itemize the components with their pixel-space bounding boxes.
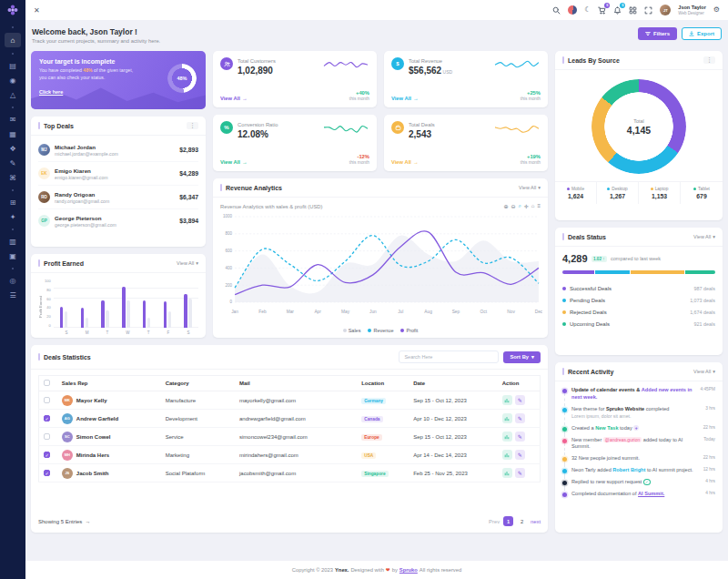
fullscreen-icon[interactable] bbox=[644, 6, 652, 15]
footer-designer-link[interactable]: Spruko bbox=[399, 567, 418, 573]
chart-action-button[interactable] bbox=[502, 432, 512, 442]
table-row: ✓AGAndrew GarfieldDevelopmentandrewgarfi… bbox=[39, 410, 541, 428]
right-rail: Leads By Source ⋮ Total 4,145 bbox=[555, 51, 723, 533]
svg-text:800: 800 bbox=[226, 231, 233, 236]
user-menu[interactable]: Json Taylor Web Designer bbox=[678, 5, 705, 15]
export-button[interactable]: Export bbox=[682, 27, 722, 40]
stat-view-all-link[interactable]: View All → bbox=[391, 96, 419, 101]
top-deals-menu-icon[interactable]: ⋮ bbox=[187, 122, 198, 129]
dark-mode-icon[interactable]: ☾ bbox=[584, 6, 591, 14]
sidebar-item-jobs[interactable]: ⌘ bbox=[5, 171, 21, 184]
row-checkbox[interactable]: ✓ bbox=[44, 452, 50, 458]
legend-item-revenue[interactable]: Revenue bbox=[368, 328, 393, 333]
row-checkbox[interactable] bbox=[44, 397, 50, 403]
row-checkbox[interactable]: ✓ bbox=[44, 415, 50, 422]
edit-action-button[interactable]: ✎ bbox=[515, 413, 525, 423]
sidebar-item-apps[interactable]: ⊞ bbox=[5, 196, 21, 208]
app-logo[interactable] bbox=[0, 0, 25, 20]
activity-dot bbox=[562, 408, 567, 412]
cart-icon[interactable]: 5 bbox=[598, 6, 606, 15]
sidebar-toggle-icon[interactable]: ✕ bbox=[34, 6, 40, 15]
status-dot bbox=[562, 299, 566, 302]
top-deal-row[interactable]: EKEmigo Kiarenemigo.kiaren@gmail.com$4,2… bbox=[38, 162, 198, 186]
filters-button[interactable]: Filters bbox=[638, 27, 677, 40]
leads-menu-icon[interactable]: ⋮ bbox=[703, 56, 715, 64]
target-click-here-link[interactable]: Click here bbox=[39, 89, 63, 95]
zoom-in-icon[interactable]: ⊕ bbox=[503, 203, 508, 209]
reset-zoom-icon[interactable]: ⌂ bbox=[531, 203, 535, 209]
profit-y-tick: 80 bbox=[45, 288, 51, 292]
chart-action-button[interactable] bbox=[502, 395, 512, 405]
legend-item-sales[interactable]: Sales bbox=[343, 328, 361, 333]
select-all-checkbox[interactable] bbox=[44, 380, 50, 386]
chart-action-button[interactable] bbox=[502, 413, 512, 423]
chart-action-button[interactable] bbox=[502, 450, 512, 460]
search-icon[interactable] bbox=[552, 6, 561, 15]
sidebar-item-maps[interactable]: ◎ bbox=[5, 274, 21, 287]
sidebar-item-mail[interactable]: ✉ bbox=[5, 113, 21, 126]
stat-card-total-deals: Total Deals2,543View All →+19%this month bbox=[384, 115, 548, 171]
edit-action-button[interactable]: ✎ bbox=[515, 468, 525, 478]
selection-zoom-icon[interactable]: ⌕ bbox=[518, 203, 521, 209]
stat-view-all-link[interactable]: View All → bbox=[391, 159, 419, 165]
legend-item-profit[interactable]: Profit bbox=[400, 328, 418, 333]
leads-legend-label: Mobile bbox=[557, 187, 594, 191]
sales-rep: AGAndrew Garfield bbox=[62, 413, 157, 424]
pagination-prev[interactable]: Prev bbox=[489, 519, 500, 524]
sidebar-item-tables[interactable]: ▥ bbox=[5, 235, 21, 248]
cell-action: ✎ bbox=[498, 391, 541, 410]
top-deal-row[interactable]: MJMichael Jordanmichael.jordan@example.c… bbox=[38, 138, 198, 162]
legend-dot bbox=[400, 329, 404, 332]
heart-icon: ❤ bbox=[386, 567, 390, 573]
sidebar-item-errors[interactable]: △ bbox=[5, 88, 21, 101]
activity-view-all-dropdown[interactable]: View All▾ bbox=[693, 369, 715, 374]
sidebar-item-crypto[interactable]: ◉ bbox=[5, 74, 21, 86]
top-deal-row[interactable]: GPGeorge Pietersongeorge.pieterson@gmail… bbox=[38, 209, 198, 232]
sidebar-item-pages[interactable]: ▤ bbox=[5, 59, 21, 72]
svg-text:400: 400 bbox=[226, 266, 233, 270]
row-checkbox[interactable] bbox=[44, 433, 50, 440]
profit-view-all-dropdown[interactable]: View All▾ bbox=[177, 260, 198, 266]
table-row: MKMayor KellyManufacturemayorkelly@gmail… bbox=[39, 391, 541, 410]
sidebar-item-home[interactable]: ⌂ bbox=[5, 33, 21, 47]
sidebar-item-widgets[interactable]: ▦ bbox=[5, 127, 21, 140]
cell-checkbox: ✓ bbox=[39, 446, 57, 464]
activity-segment[interactable]: AI Summit. bbox=[638, 491, 664, 496]
user-avatar[interactable]: JT bbox=[660, 5, 671, 15]
sidebar-item-icons[interactable]: ✦ bbox=[5, 210, 21, 223]
sidebar-item-cards[interactable]: ▣ bbox=[5, 249, 21, 262]
pagination-page-1[interactable]: 1 bbox=[503, 516, 513, 526]
pagination-next[interactable]: next bbox=[531, 519, 541, 524]
app-root: ⌂▤◉△✉▦❖✎⌘⊞✦▥▣◎☰ ✕ ☾ 5 5 bbox=[0, 0, 728, 579]
settings-gear-icon[interactable]: ⚙ bbox=[713, 6, 720, 14]
row-checkbox[interactable]: ✓ bbox=[44, 470, 50, 476]
chart-action-button[interactable] bbox=[502, 468, 512, 478]
sidebar-item-landing[interactable]: ☰ bbox=[5, 289, 21, 301]
apps-grid-icon[interactable] bbox=[629, 6, 637, 15]
activity-list: Update of calendar events & Added new ev… bbox=[555, 381, 723, 506]
table-search-input[interactable] bbox=[399, 350, 499, 363]
chart-menu-icon[interactable]: ≡ bbox=[537, 203, 541, 209]
cell-location: Singapore bbox=[357, 464, 409, 482]
stat-view-all-link[interactable]: View All → bbox=[220, 96, 248, 101]
cell-checkbox bbox=[39, 428, 57, 446]
welcome-header: Welcome back, Json Taylor ! Track your c… bbox=[32, 27, 722, 44]
pagination-page-2[interactable]: 2 bbox=[517, 516, 527, 526]
sort-by-button[interactable]: Sort By▾ bbox=[503, 351, 541, 363]
stat-view-all-link[interactable]: View All → bbox=[220, 159, 248, 165]
language-flag-icon[interactable] bbox=[568, 5, 577, 15]
revenue-view-all-dropdown[interactable]: View All▾ bbox=[519, 185, 541, 190]
svg-text:Feb: Feb bbox=[258, 310, 267, 314]
pan-icon[interactable]: ✛ bbox=[524, 203, 529, 209]
zoom-out-icon[interactable]: ⊖ bbox=[511, 203, 515, 209]
sidebar-item-components[interactable]: ❖ bbox=[5, 142, 21, 155]
edit-action-button[interactable]: ✎ bbox=[515, 395, 525, 405]
svg-text:Jul: Jul bbox=[398, 310, 403, 314]
deals-status-view-all-dropdown[interactable]: View All▾ bbox=[693, 234, 715, 239]
edit-action-button[interactable]: ✎ bbox=[515, 450, 525, 460]
edit-action-button[interactable]: ✎ bbox=[515, 432, 525, 442]
notifications-icon[interactable]: 5 bbox=[613, 6, 622, 15]
top-deal-row[interactable]: RORandy Origoanrandy.origoan@gmail.com$6… bbox=[38, 186, 198, 209]
stat-sparkline bbox=[322, 57, 369, 74]
sidebar-item-forms[interactable]: ✎ bbox=[5, 157, 21, 169]
